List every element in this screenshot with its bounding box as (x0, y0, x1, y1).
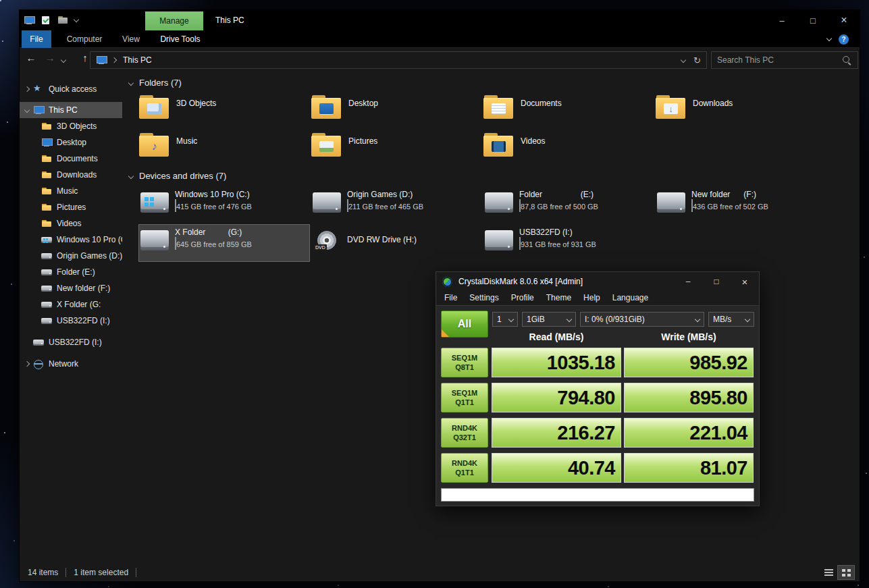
large-icons-view-button[interactable] (838, 566, 854, 579)
expander-chevron-icon[interactable] (22, 81, 32, 97)
refresh-icon[interactable]: ↻ (693, 55, 701, 65)
minimize-button[interactable]: – (766, 10, 797, 30)
test-type-button[interactable]: RND4K Q1T1 (441, 453, 488, 483)
collapse-drives-chevron-icon[interactable] (128, 173, 134, 178)
drive-tile[interactable]: New folder (F:) 436 GB free of 502 GB (656, 187, 826, 223)
test-name: RND4K (452, 423, 477, 433)
details-view-button[interactable] (820, 566, 837, 579)
sidebar-item-label: USB322FD (I:) (49, 338, 102, 347)
maximize-button[interactable]: □ (797, 10, 828, 30)
folder-tile[interactable]: Videos (483, 133, 652, 168)
folders-section-header[interactable]: Folders (7) (129, 78, 182, 88)
cdm-dropdown[interactable]: 1 (492, 312, 518, 327)
cdm-dropdown[interactable]: I: 0% (0/931GiB) (580, 312, 704, 327)
drive-icon (657, 192, 685, 213)
sidebar-item[interactable]: Pictures (20, 199, 122, 215)
tab-drive-tools[interactable]: Drive Tools (151, 30, 210, 48)
read-result-cell: 794.80 (492, 383, 621, 412)
drives-section-header[interactable]: Devices and drives (7) (129, 171, 226, 181)
expander-chevron-icon[interactable] (22, 102, 32, 118)
close-button[interactable]: × (828, 10, 860, 30)
sidebar-item[interactable]: Videos (20, 215, 122, 232)
test-type-button[interactable]: SEQ1M Q8T1 (441, 348, 488, 377)
sidebar-item[interactable]: Origin Games (D:) (20, 248, 122, 264)
sidebar-item[interactable]: New folder (F:) (20, 280, 122, 296)
sidebar-item[interactable]: Network (20, 356, 122, 372)
drive-tile[interactable]: Folder (E:) 87,8 GB free of 500 GB (483, 187, 654, 223)
search-icon[interactable] (842, 55, 852, 65)
sidebar-item-label: Music (57, 186, 78, 196)
sidebar-item[interactable]: USB322FD (I:) (20, 313, 122, 329)
sidebar-item[interactable]: Folder (E:) (20, 264, 122, 280)
tab-computer[interactable]: Computer (59, 30, 110, 48)
cdm-menu-item[interactable]: Settings (463, 291, 504, 305)
drive-tile[interactable]: USB322FD (I:) 931 GB free of 931 GB (483, 225, 654, 261)
cdm-menu-item[interactable]: Profile (505, 291, 540, 305)
quick-access-toolbar (24, 15, 78, 26)
folder-tile[interactable]: Documents (483, 95, 652, 130)
cdm-menu-item[interactable]: Theme (540, 291, 577, 305)
folder-icon (656, 95, 685, 119)
collapse-folders-chevron-icon[interactable] (128, 80, 134, 85)
this-pc-icon (96, 55, 107, 65)
drive-tile[interactable]: Windows 10 Pro (C:) 415 GB free of 476 G… (139, 187, 309, 223)
sidebar-item[interactable]: USB322FD (I:) (20, 334, 122, 350)
cdm-menu-item[interactable]: Help (577, 291, 606, 305)
test-type-button[interactable]: SEQ1M Q1T1 (441, 383, 488, 412)
sidebar-item-label: Windows 10 Pro (C: (57, 235, 122, 244)
cdm-menu-item[interactable]: Language (606, 291, 654, 305)
cdm-dropdown[interactable]: 1GiB (522, 312, 576, 327)
sidebar-item[interactable]: Documents (20, 151, 122, 167)
folder-tile[interactable]: 3D Objects (139, 95, 308, 130)
address-dropdown-chevron-icon[interactable] (681, 57, 686, 63)
tab-view[interactable]: View (114, 30, 148, 48)
address-bar[interactable]: This PC ↻ (90, 51, 707, 69)
breadcrumb[interactable]: This PC (123, 55, 152, 65)
tab-file[interactable]: File (22, 30, 51, 48)
expand-ribbon-chevron-icon[interactable] (826, 36, 832, 41)
search-input[interactable] (717, 55, 842, 65)
cdm-menu-item[interactable]: File (438, 291, 463, 305)
recent-locations-chevron-icon[interactable] (61, 57, 66, 63)
drive-name: DVD RW Drive (H:) (347, 234, 481, 245)
help-icon[interactable]: ? (839, 34, 849, 45)
manage-contextual-tab[interactable]: Manage (145, 11, 203, 30)
folder-name: Music (176, 136, 197, 146)
benchmark-row: RND4K Q1T1 40.74 81.07 (441, 453, 756, 483)
breadcrumb-chevron-icon[interactable] (111, 57, 117, 63)
sidebar-item[interactable]: This PC (20, 102, 122, 118)
cdm-maximize-button[interactable]: □ (702, 272, 731, 291)
sidebar-item-icon (41, 234, 52, 245)
sidebar-item[interactable]: 3D Objects (20, 118, 122, 134)
sidebar-item[interactable]: Windows 10 Pro (C: (20, 232, 122, 248)
folder-tile[interactable]: Downloads (656, 95, 824, 130)
expander-chevron-icon[interactable] (22, 356, 32, 372)
drive-tile[interactable]: X Folder (G:) 645 GB free of 859 GB (139, 225, 309, 261)
drive-tile[interactable]: Origin Games (D:) 211 GB free of 465 GB (311, 187, 481, 223)
test-type-button[interactable]: RND4K Q32T1 (441, 418, 488, 448)
folder-tile[interactable]: Desktop (311, 95, 480, 130)
sidebar-item-icon (41, 299, 52, 310)
cdm-close-button[interactable]: × (731, 272, 759, 291)
drive-icon (313, 192, 341, 213)
folder-icon (483, 95, 513, 119)
drive-tile[interactable]: DVD RW Drive (H:) (311, 225, 481, 261)
navigation-bar: ← → ↑ This PC ↻ (20, 48, 860, 72)
drive-icon (140, 192, 169, 213)
sidebar-item[interactable]: Desktop (20, 134, 122, 151)
folder-tile[interactable]: Music (139, 133, 308, 168)
run-all-tests-button[interactable]: All (441, 311, 488, 338)
folder-tile[interactable]: Pictures (311, 133, 480, 168)
sidebar-item[interactable]: Downloads (20, 167, 122, 183)
new-folder-icon[interactable] (57, 15, 68, 26)
comment-input[interactable] (442, 489, 754, 502)
customize-toolbar-chevron-icon[interactable] (74, 16, 79, 22)
sidebar-item[interactable]: Music (20, 183, 122, 199)
sidebar-item[interactable]: Quick access (20, 81, 122, 97)
back-button[interactable]: ← (24, 52, 38, 63)
properties-icon[interactable] (41, 15, 51, 26)
cdm-minimize-button[interactable]: – (674, 272, 702, 291)
sidebar-item[interactable]: X Folder (G: (20, 296, 122, 313)
cdm-dropdown[interactable]: MB/s (708, 312, 754, 327)
forward-button[interactable]: → (43, 52, 57, 63)
